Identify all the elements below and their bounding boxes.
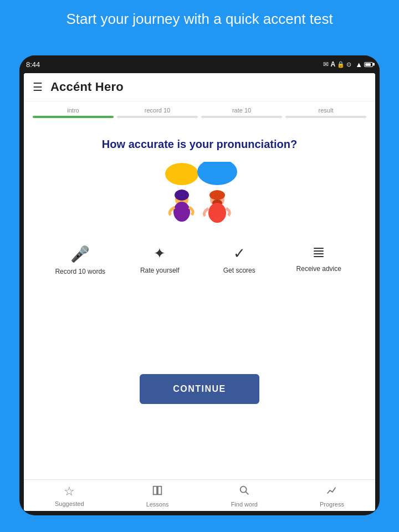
app-bar: ☰ Accént Hero xyxy=(24,73,375,101)
record-icon: ⊙ xyxy=(346,61,351,68)
progress-steps: intro record 10 rate 10 result xyxy=(24,101,375,121)
progress-step-intro: intro xyxy=(33,107,114,118)
svg-point-3 xyxy=(175,190,189,201)
book-icon xyxy=(151,484,163,499)
step-bar-record xyxy=(117,116,198,118)
feature-advice: Receive advice xyxy=(284,245,354,277)
svg-point-0 xyxy=(165,163,198,185)
top-title: Start your journey with a quick accent t… xyxy=(0,0,399,37)
notification-icon: ✉ xyxy=(323,60,329,68)
nav-progress[interactable]: Progress xyxy=(320,484,344,508)
svg-line-14 xyxy=(245,492,249,495)
pronunciation-question: How accurate is your pronunciation? xyxy=(102,138,297,151)
signal-icon: ▲ xyxy=(355,60,362,69)
app-screen: ☰ Accént Hero intro record 10 rate 10 re… xyxy=(24,73,375,511)
status-bar: 8:44 ✉ A 🔒 ⊙ ▲ xyxy=(19,55,380,73)
svg-point-6 xyxy=(209,190,225,200)
svg-rect-11 xyxy=(314,253,324,254)
nav-suggested[interactable]: ☆ Suggested xyxy=(55,484,84,508)
status-time: 8:44 xyxy=(26,60,40,69)
feature-record-label: Record 10 words xyxy=(55,268,105,277)
nav-find-word-label: Find word xyxy=(231,501,258,508)
progress-step-rate: rate 10 xyxy=(201,107,282,118)
conversation-illustration xyxy=(155,162,244,228)
lock-icon: 🔒 xyxy=(337,61,345,68)
feature-rate: ✦ Rate yourself xyxy=(125,245,195,277)
list-svg xyxy=(312,245,325,258)
step-label-result: result xyxy=(319,107,334,114)
step-label-record: record 10 xyxy=(145,107,170,114)
feature-scores: ✓ Get scores xyxy=(204,245,274,277)
nav-find-word[interactable]: Find word xyxy=(231,484,258,508)
svg-rect-9 xyxy=(314,248,324,249)
list-icon xyxy=(312,245,325,260)
step-label-rate: rate 10 xyxy=(232,107,251,114)
search-svg xyxy=(238,484,250,497)
progress-nav-icon xyxy=(326,484,338,499)
step-bar-rate xyxy=(201,116,282,118)
menu-icon[interactable]: ☰ xyxy=(33,80,43,94)
nav-suggested-label: Suggested xyxy=(55,500,84,507)
notification-icons: ✉ A 🔒 ⊙ ▲ xyxy=(323,60,373,69)
progress-svg xyxy=(326,484,338,497)
nav-lessons-label: Lessons xyxy=(146,501,169,508)
svg-point-8 xyxy=(208,203,226,223)
search-nav-icon xyxy=(238,484,250,499)
a-icon: A xyxy=(330,60,335,68)
check-icon: ✓ xyxy=(233,245,245,262)
tablet-frame: 8:44 ✉ A 🔒 ⊙ ▲ ☰ Accént Hero intro xyxy=(19,55,380,515)
star-nav-icon: ☆ xyxy=(64,484,75,499)
illustration-svg xyxy=(155,162,244,228)
nav-progress-label: Progress xyxy=(320,501,344,508)
feature-rate-label: Rate yourself xyxy=(140,267,180,275)
bottom-nav: ☆ Suggested Lessons xyxy=(24,479,375,511)
progress-step-result: result xyxy=(285,107,366,118)
svg-rect-12 xyxy=(314,256,324,257)
feature-record: 🎤 Record 10 words xyxy=(45,245,115,277)
microphone-icon: 🎤 xyxy=(70,245,90,263)
star-icon: ✦ xyxy=(154,245,166,262)
step-bar-intro xyxy=(33,116,114,118)
feature-scores-label: Get scores xyxy=(223,267,255,275)
svg-point-1 xyxy=(197,162,237,185)
battery-icon xyxy=(364,62,373,67)
feature-advice-label: Receive advice xyxy=(296,265,341,274)
nav-lessons[interactable]: Lessons xyxy=(146,484,169,508)
book-svg xyxy=(151,484,163,497)
main-content: How accurate is your pronunciation? xyxy=(24,121,375,479)
app-title: Accént Hero xyxy=(50,80,124,94)
step-bar-result xyxy=(285,116,366,118)
step-label-intro: intro xyxy=(67,107,79,114)
continue-button[interactable]: CONTINUE xyxy=(140,374,259,404)
features-row: 🎤 Record 10 words ✦ Rate yourself ✓ Get … xyxy=(35,245,364,277)
progress-step-record: record 10 xyxy=(117,107,198,118)
svg-rect-10 xyxy=(314,250,324,252)
svg-point-4 xyxy=(173,202,190,222)
